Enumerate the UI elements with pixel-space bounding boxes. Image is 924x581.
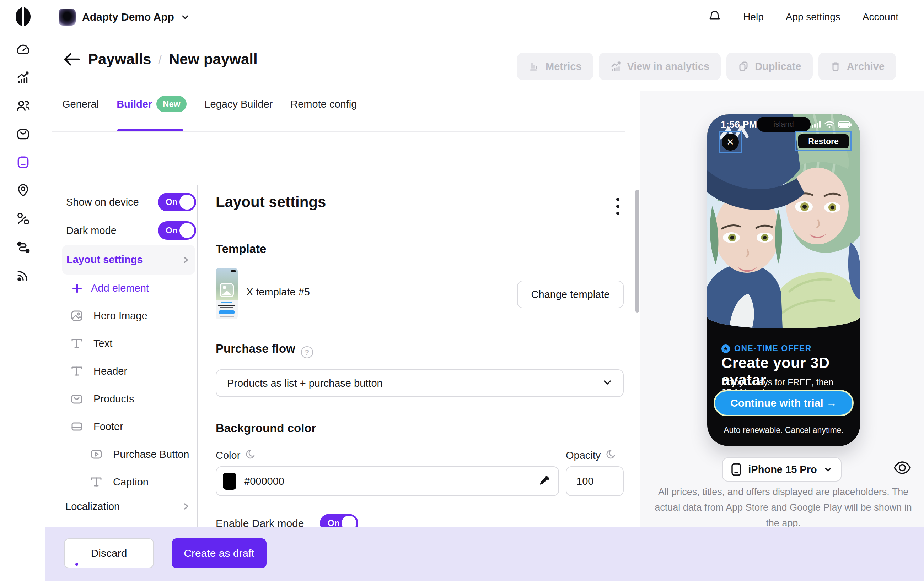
tab-general[interactable]: General	[62, 94, 99, 114]
wifi-icon	[825, 121, 835, 128]
panel-divider	[197, 185, 198, 580]
view-in-analytics-button[interactable]: View in analytics	[599, 53, 721, 80]
preview-disclaimer: All prices, titles, and offers displayed…	[652, 484, 915, 531]
breadcrumb-paywalls[interactable]: Paywalls	[88, 51, 151, 68]
panel-item-layout-settings[interactable]: Layout settings	[62, 245, 195, 275]
metrics-label: Metrics	[546, 61, 582, 72]
metrics-button[interactable]: Metrics	[517, 53, 593, 80]
purchase-flow-select[interactable]: Products as list + purchase button	[216, 369, 624, 397]
preview-close-button[interactable]: ✕	[719, 131, 742, 153]
chevron-down-icon	[602, 377, 612, 389]
purchase-flow-value: Products as list + purchase button	[227, 377, 383, 389]
device-preview-panel: 1:56 PM island ✕ Restore ★ ONE-TIME OFFE…	[640, 91, 924, 527]
nav-help[interactable]: Help	[743, 12, 764, 23]
panel-item-caption[interactable]: Caption	[89, 468, 148, 496]
panel-item-localization[interactable]: Localization	[65, 496, 195, 517]
sidebar-icon-dashboard[interactable]	[16, 42, 30, 56]
new-badge: New	[157, 96, 186, 112]
status-time: 1:56 PM	[721, 119, 757, 130]
offer-badge: ★ ONE-TIME OFFER	[721, 344, 812, 353]
play-button-icon	[89, 448, 103, 461]
footer-bar: Discard Create as draft	[46, 527, 924, 581]
chevron-down-icon	[823, 465, 833, 474]
panel-item-hero-image[interactable]: Hero Image	[70, 302, 147, 329]
purchase-flow-heading: Purchase flow?	[216, 342, 313, 358]
star-icon: ★	[721, 344, 730, 353]
background-color-heading: Background color	[216, 421, 316, 435]
phone-preview: 1:56 PM island ✕ Restore ★ ONE-TIME OFFE…	[707, 114, 860, 446]
app-selector[interactable]: Adapty Demo App	[59, 8, 190, 26]
show-on-device-toggle[interactable]: On	[158, 193, 196, 211]
page-header: Paywalls / New paywall Metrics View in a…	[46, 35, 924, 91]
status-icons	[812, 121, 851, 128]
template-thumbnail[interactable]	[216, 268, 238, 319]
panel-item-header[interactable]: Header	[70, 357, 127, 385]
battery-icon	[838, 121, 851, 128]
sidebar-icon-placements[interactable]	[16, 184, 30, 198]
template-name: X template #5	[246, 286, 310, 298]
show-on-device-label: Show on device	[66, 196, 158, 208]
sidebar-icon-audience[interactable]	[16, 99, 30, 113]
app-avatar	[59, 8, 76, 26]
change-template-button[interactable]: Change template	[517, 281, 624, 308]
sidebar-icon-events[interactable]	[16, 268, 30, 282]
help-icon[interactable]: ?	[301, 346, 313, 358]
panel-item-footer[interactable]: Footer	[70, 413, 123, 440]
header-actions: Metrics View in analytics Duplicate Arch…	[517, 53, 896, 80]
sidebar-icon-analytics[interactable]	[16, 70, 30, 84]
restore-label: Restore	[798, 134, 849, 148]
duplicate-button[interactable]: Duplicate	[726, 53, 813, 80]
device-name: iPhone 15 Pro	[748, 464, 817, 476]
device-selector[interactable]: iPhone 15 Pro	[722, 458, 842, 482]
back-arrow-icon[interactable]	[63, 51, 81, 67]
eyedropper-icon[interactable]	[538, 475, 551, 487]
sidebar-icon-products[interactable]	[16, 127, 30, 141]
dark-mode-toggle[interactable]: On	[158, 221, 196, 240]
phone-icon	[731, 463, 742, 476]
panel-item-purchase-button[interactable]: Purchase Button	[89, 440, 189, 468]
create-as-draft-button[interactable]: Create as draft	[172, 538, 267, 568]
left-rail	[0, 0, 46, 581]
nav-app-settings[interactable]: App settings	[786, 12, 840, 23]
dark-mode-row: Dark mode On	[66, 221, 196, 240]
builder-content: General Builder New Legacy Builder Remot…	[46, 91, 640, 527]
notifications-bell-icon[interactable]	[708, 10, 721, 24]
opacity-input[interactable]	[576, 476, 623, 487]
continue-with-trial-button[interactable]: Continue with trial →	[714, 390, 854, 416]
preview-restore-button[interactable]: Restore	[795, 132, 851, 151]
paywall-note: Auto renewable. Cancel anytime.	[707, 425, 860, 435]
metrics-icon	[528, 61, 540, 72]
kebab-menu-icon[interactable]	[610, 196, 625, 216]
top-nav: Help App settings Account	[708, 0, 898, 34]
duplicate-label: Duplicate	[755, 61, 801, 72]
nav-account[interactable]: Account	[863, 12, 898, 23]
panel-item-text[interactable]: Text	[70, 329, 112, 357]
color-label: Color	[216, 449, 255, 462]
close-icon: ✕	[722, 133, 739, 151]
add-element-button[interactable]: Add element	[72, 282, 149, 294]
panel-item-products[interactable]: Products	[70, 385, 134, 413]
sidebar-icon-paywalls-active[interactable]	[16, 155, 30, 170]
hide-preview-eye-icon[interactable]	[893, 461, 911, 475]
sidebar-icon-ab-tests[interactable]	[16, 212, 30, 226]
tab-builder[interactable]: Builder New	[117, 94, 186, 114]
archive-button[interactable]: Archive	[818, 53, 896, 80]
opacity-field[interactable]	[566, 466, 624, 496]
moon-icon	[606, 449, 615, 462]
color-input[interactable]	[244, 476, 538, 487]
color-field[interactable]	[216, 466, 559, 496]
image-icon	[70, 309, 84, 323]
tab-legacy-builder[interactable]: Legacy Builder	[205, 94, 272, 114]
moon-icon	[245, 449, 255, 462]
tab-remote-config[interactable]: Remote config	[290, 94, 357, 114]
dynamic-island: island	[757, 117, 811, 132]
show-on-device-row: Show on device On	[66, 193, 196, 211]
signal-icon	[812, 121, 821, 128]
adapty-logo[interactable]	[15, 7, 31, 28]
color-swatch[interactable]	[223, 473, 236, 490]
content-scrollbar[interactable]	[635, 190, 639, 313]
text-icon	[89, 475, 103, 489]
duplicate-icon	[738, 61, 749, 72]
sidebar-icon-flows[interactable]	[16, 240, 30, 254]
dark-mode-label: Dark mode	[66, 225, 158, 237]
